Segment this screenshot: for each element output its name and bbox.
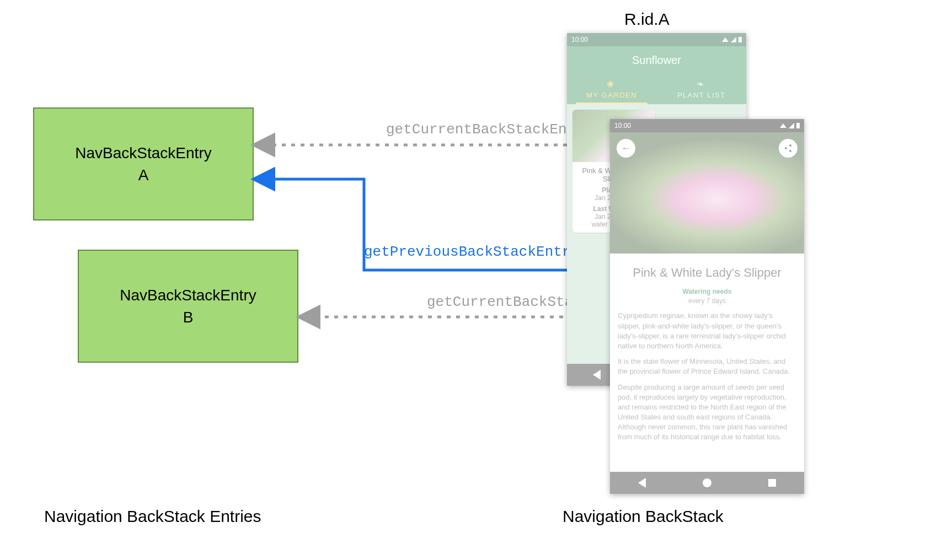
get-previous-label: getPreviousBackStackEntry() <box>364 244 596 260</box>
leaf-icon <box>697 79 706 89</box>
wifi-icon <box>780 123 786 128</box>
battery-icon <box>796 123 800 128</box>
phone-b-status-icons <box>780 123 800 128</box>
signal-icon <box>789 123 794 128</box>
phone-b-plant-title: Pink & White Lady's Slipper <box>618 265 796 282</box>
watering-needs-label: Watering needs <box>618 287 796 297</box>
entry-a-line1: NavBackStackEntry <box>75 144 211 161</box>
flower-icon <box>607 79 617 89</box>
phone-a-time: 10:00 <box>571 36 588 44</box>
nav-home-icon[interactable] <box>703 478 711 487</box>
phone-b-body: Pink & White Lady's Slipper Watering nee… <box>610 254 804 472</box>
entry-a-line2: A <box>138 166 149 184</box>
phone-a-appbar: Sunflower <box>567 46 746 74</box>
caption-right: Navigation BackStack <box>563 507 724 526</box>
share-button[interactable] <box>779 139 797 158</box>
entry-a-text: NavBackStackEntry A <box>75 142 211 185</box>
signal-icon <box>731 37 736 42</box>
phone-a-status-icons <box>722 37 742 42</box>
entry-b-line2: B <box>183 309 194 326</box>
phone-b-statusbar: 10:00 <box>610 119 804 132</box>
phone-b-hero: ← <box>610 132 804 254</box>
tab-plant-list-label: PLANT LIST <box>677 91 726 99</box>
phone-a-tabs: MY GARDEN PLANT LIST <box>567 74 746 104</box>
wifi-icon <box>722 37 729 42</box>
plant-desc-p3: Despite producing a large amount of seed… <box>618 383 796 443</box>
phone-b-time: 10:00 <box>614 122 631 130</box>
rid-a-label: R.id.A <box>624 10 670 29</box>
tab-my-garden[interactable]: MY GARDEN <box>567 74 657 104</box>
entry-b-text: NavBackStackEntry B <box>120 284 256 327</box>
share-icon <box>787 147 789 149</box>
plant-desc-p1: Cypripedium reginae, known as the showy … <box>618 311 796 351</box>
phone-a-statusbar: 10:00 <box>567 33 746 46</box>
entry-b-line1: NavBackStackEntry <box>120 287 256 304</box>
phone-b-navbar <box>610 472 804 494</box>
back-button[interactable]: ← <box>617 139 635 158</box>
navbackstackentry-b-box: NavBackStackEntry B <box>78 250 298 363</box>
caption-left: Navigation BackStack Entries <box>44 507 261 526</box>
nav-recents-icon[interactable] <box>768 479 776 487</box>
battery-icon <box>738 37 742 42</box>
phone-a-app-title: Sunflower <box>632 54 681 67</box>
arrow-left-icon: ← <box>621 143 631 154</box>
plant-desc-p2: It is the state flower of Minnesota, Uni… <box>618 357 796 376</box>
nav-back-icon[interactable] <box>638 478 646 488</box>
nav-back-icon[interactable] <box>593 370 601 380</box>
tab-my-garden-label: MY GARDEN <box>586 91 637 99</box>
diagram-canvas: NavBackStackEntry A NavBackStackEntry B … <box>0 0 926 560</box>
navbackstackentry-a-box: NavBackStackEntry A <box>33 107 254 220</box>
tab-plant-list[interactable]: PLANT LIST <box>657 74 747 104</box>
watering-needs-value: every 7 days <box>618 297 796 306</box>
phone-b-screen: 10:00 ← Pink & White Lady's Slipper Wate… <box>610 119 804 494</box>
